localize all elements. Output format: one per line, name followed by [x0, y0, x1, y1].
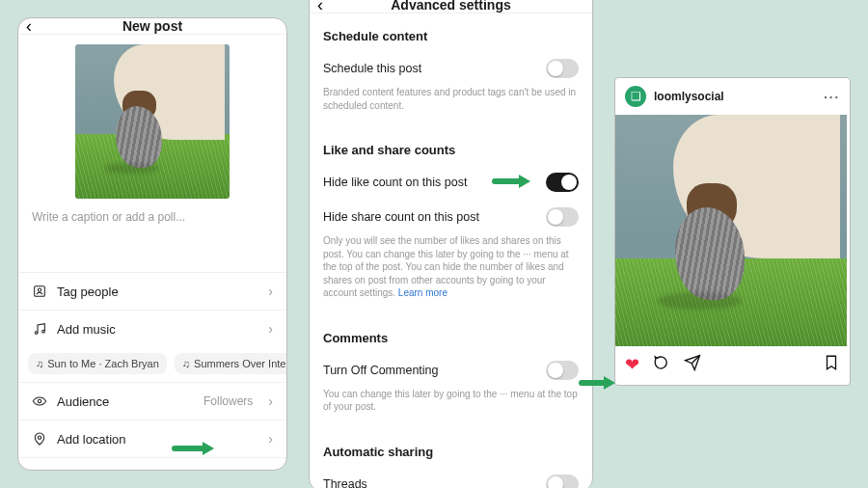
- tag-people-label: Tag people: [57, 285, 119, 299]
- audience-label: Audience: [57, 394, 109, 409]
- advanced-settings-row[interactable]: Advanced settings ›: [18, 458, 286, 471]
- like-share-note: Only you will see the number of likes an…: [323, 234, 579, 306]
- person-tag-icon: [32, 284, 47, 299]
- audience-row[interactable]: Audience Followers ›: [18, 383, 286, 420]
- tag-people-row[interactable]: Tag people ›: [18, 273, 286, 311]
- more-icon[interactable]: ···: [824, 90, 840, 104]
- svg-point-1: [38, 288, 41, 291]
- advanced-settings-label: Advanced settings: [57, 470, 159, 472]
- post-image: [75, 44, 230, 199]
- automatic-sharing-section: Automatic sharing Threads: [310, 429, 592, 489]
- like-share-heading: Like and share counts: [323, 143, 579, 157]
- music-note-icon: ♫: [36, 358, 43, 369]
- chevron-right-icon: ›: [268, 284, 273, 299]
- schedule-this-post-label: Schedule this post: [323, 62, 421, 75]
- heart-icon[interactable]: ❤: [625, 354, 639, 375]
- add-location-label: Add location: [57, 432, 126, 447]
- schedule-note: Branded content features and product tag…: [323, 86, 579, 118]
- turn-off-commenting-label: Turn Off Commenting: [323, 364, 439, 377]
- new-post-panel: ‹ New post Write a caption or add a poll…: [17, 17, 287, 471]
- chevron-right-icon: ›: [268, 469, 273, 471]
- comments-section: Comments Turn Off Commenting You can cha…: [310, 315, 592, 421]
- schedule-section: Schedule content Schedule this post Bran…: [310, 14, 592, 120]
- add-music-row[interactable]: Add music ›: [18, 311, 286, 347]
- threads-label: Threads: [323, 477, 367, 489]
- gear-icon: [32, 469, 47, 471]
- comment-icon[interactable]: [653, 354, 670, 376]
- music-chip-label: Summers Over Interlude ·: [194, 358, 286, 369]
- hide-share-label: Hide share count on this post: [323, 210, 479, 224]
- add-music-label: Add music: [57, 322, 116, 337]
- svg-point-4: [38, 399, 41, 402]
- learn-more-link[interactable]: Learn more: [398, 287, 448, 298]
- chevron-right-icon: ›: [268, 431, 273, 447]
- schedule-this-post-row[interactable]: Schedule this post: [323, 51, 579, 86]
- svg-point-2: [35, 332, 38, 335]
- schedule-heading: Schedule content: [323, 29, 579, 43]
- new-post-options: Tag people › Add music › ♫ Sun to Me · Z…: [18, 272, 286, 471]
- caption-input[interactable]: Write a caption or add a poll...: [18, 204, 286, 272]
- back-icon[interactable]: ‹: [317, 0, 323, 14]
- post-actions: ❤: [615, 346, 850, 383]
- music-chip[interactable]: ♫ Summers Over Interlude ·: [175, 353, 286, 374]
- threads-row[interactable]: Threads: [323, 467, 579, 489]
- audience-value: Followers: [203, 394, 253, 408]
- advanced-header: ‹ Advanced settings: [310, 0, 592, 14]
- send-icon[interactable]: [684, 354, 701, 376]
- eye-icon: [32, 393, 47, 409]
- post-username[interactable]: loomlysocial: [654, 90, 724, 103]
- hide-share-toggle[interactable]: [546, 207, 579, 227]
- avatar[interactable]: ❏: [625, 86, 646, 107]
- advanced-settings-panel: ‹ Advanced settings Schedule content Sch…: [309, 0, 593, 488]
- chevron-right-icon: ›: [268, 393, 273, 409]
- automatic-sharing-heading: Automatic sharing: [323, 445, 579, 459]
- music-note-icon: [32, 321, 47, 337]
- schedule-toggle[interactable]: [546, 59, 579, 78]
- threads-toggle[interactable]: [546, 474, 579, 489]
- feed-image[interactable]: [615, 115, 847, 346]
- back-icon[interactable]: ‹: [26, 17, 32, 35]
- new-post-header: ‹ New post: [18, 18, 286, 35]
- comments-note: You can change this later by going to th…: [323, 388, 579, 420]
- advanced-title: Advanced settings: [391, 0, 510, 13]
- feed-post-panel: ❏ loomlysocial ··· ❤: [614, 77, 851, 386]
- hide-like-row[interactable]: Hide like count on this post: [323, 165, 579, 200]
- new-post-title: New post: [122, 18, 182, 34]
- svg-point-3: [42, 330, 45, 333]
- location-pin-icon: [32, 431, 47, 447]
- like-share-section: Like and share counts Hide like count on…: [310, 127, 592, 308]
- hide-share-row[interactable]: Hide share count on this post: [323, 200, 579, 234]
- commenting-toggle[interactable]: [546, 361, 579, 380]
- hide-like-toggle[interactable]: [546, 173, 579, 192]
- avatar-glyph: ❏: [631, 90, 641, 103]
- post-image-preview[interactable]: [18, 35, 286, 204]
- bookmark-icon[interactable]: [823, 354, 840, 376]
- music-chip-label: Sun to Me · Zach Bryan: [47, 358, 159, 369]
- music-chip[interactable]: ♫ Sun to Me · Zach Bryan: [28, 353, 167, 374]
- comments-heading: Comments: [323, 331, 579, 345]
- chevron-right-icon: ›: [268, 321, 273, 337]
- turn-off-commenting-row[interactable]: Turn Off Commenting: [323, 353, 579, 388]
- post-header: ❏ loomlysocial ···: [615, 78, 850, 115]
- music-note-icon: ♫: [182, 358, 190, 369]
- svg-point-5: [38, 436, 41, 439]
- add-location-row[interactable]: Add location ›: [18, 420, 286, 458]
- music-suggestions: ♫ Sun to Me · Zach Bryan ♫ Summers Over …: [18, 347, 286, 383]
- hide-like-label: Hide like count on this post: [323, 176, 467, 189]
